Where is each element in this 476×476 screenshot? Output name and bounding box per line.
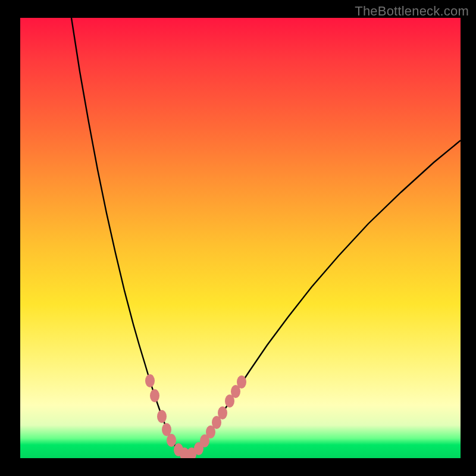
curve-svg xyxy=(20,18,461,458)
marker-dot xyxy=(167,434,176,447)
plot-area xyxy=(20,18,461,458)
marker-dot xyxy=(145,374,155,387)
watermark-text: TheBottleneck.com xyxy=(355,4,469,19)
marker-dot xyxy=(157,410,167,423)
chart-frame: TheBottleneck.com xyxy=(0,0,476,476)
bottleneck-curve xyxy=(71,18,461,455)
marker-dot xyxy=(237,375,246,389)
marker-dot xyxy=(150,389,159,402)
marker-dots xyxy=(145,374,246,458)
marker-dot xyxy=(218,406,227,419)
